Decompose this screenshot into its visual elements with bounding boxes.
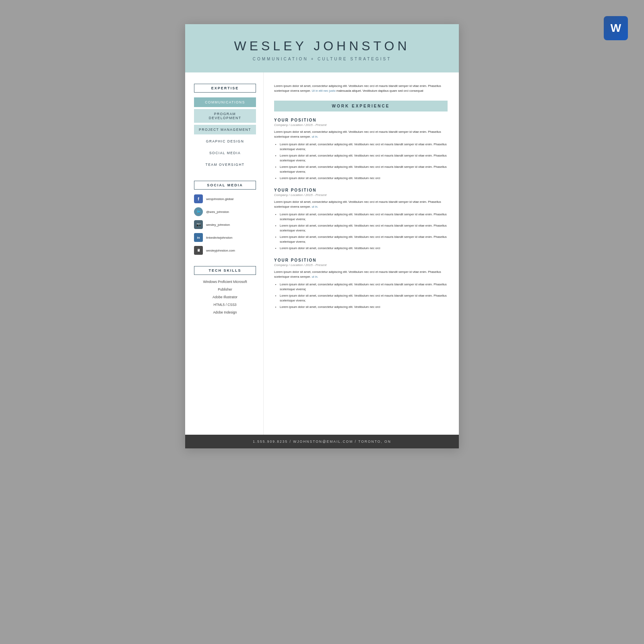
bullet: Lorem ipsum dolor sit amet, consectetur … (280, 142, 448, 152)
skill-social-media: SOCIAL MEDIA (194, 148, 256, 158)
social-facebook: f wesjohnston.global (194, 194, 256, 203)
tech-skills-section: TECH SKILLS Windows Proficient Microsoft… (194, 266, 256, 314)
tech-skill-1: Windows Proficient Microsoft (194, 280, 256, 284)
job-3-subtitle: Company / Location / 2015 - Present (274, 263, 448, 267)
main-content: Lorem ipsum dolor sit amet, consectetur … (264, 72, 459, 435)
sidebar: EXPERTISE COMMUNICATIONS PROGRAM DEVELOP… (185, 72, 264, 435)
skill-program-dev: PROGRAM DEVELOPMENT (194, 109, 256, 123)
bullet: Lorem ipsum dolor sit amet, consectetur … (280, 176, 448, 181)
job-3: YOUR POSITION Company / Location / 2015 … (274, 258, 448, 310)
tech-skill-4: HTML5 / CSS3 (194, 303, 256, 307)
job-2-bullets: Lorem ipsum dolor sit amet, consectetur … (274, 212, 448, 251)
bullet: Lorem ipsum dolor sit amet, consectetur … (280, 246, 448, 251)
skill-project-mgmt: PROJECT MANAGEMENT (194, 125, 256, 134)
bullet: Lorem ipsum dolor sit amet, consectetur … (280, 153, 448, 163)
twitter-icon: 🐦 (194, 207, 203, 216)
expertise-label: EXPERTISE (194, 84, 256, 93)
job-1-subtitle: Company / Location / 2015 - Present (274, 123, 448, 127)
skill-graphic-design: GRAPHIC DESIGN (194, 136, 256, 146)
tech-skill-2: Publisher (194, 287, 256, 291)
resume-body: EXPERTISE COMMUNICATIONS PROGRAM DEVELOP… (185, 72, 459, 435)
bullet: Lorem ipsum dolor sit amet, consectetur … (280, 305, 448, 310)
work-experience-header: WORK EXPERIENCE (274, 101, 448, 111)
job-2-subtitle: Company / Location / 2015 - Present (274, 193, 448, 197)
resume-header: WESLEY JOHNSTON COMMUNICATION + CULTURE … (185, 24, 459, 72)
linkedin-icon: in (194, 233, 203, 242)
website-icon: 🖥 (194, 246, 203, 255)
bullet: Lorem ipsum dolor sit amet, consectetur … (280, 165, 448, 174)
job-1: YOUR POSITION Company / Location / 2015 … (274, 118, 448, 181)
word-letter: W (611, 22, 621, 35)
job-1-title: YOUR POSITION (274, 118, 448, 122)
candidate-title: COMMUNICATION + CULTURE STRATEGIST (201, 57, 443, 61)
facebook-icon: f (194, 194, 203, 203)
website-url: wesleyjohnston.com (206, 249, 235, 252)
instagram-handle: wesley_johnston (206, 223, 230, 227)
bullet: Lorem ipsum dolor sit amet, consectetur … (280, 212, 448, 222)
bullet: Lorem ipsum dolor sit amet, consectetur … (280, 235, 448, 244)
social-twitter: 🐦 @wes_johnston (194, 207, 256, 216)
twitter-handle: @wes_johnston (206, 210, 229, 214)
linkedin-handle: linkedin/wjohnston (206, 236, 232, 239)
job-1-bullets: Lorem ipsum dolor sit amet, consectetur … (274, 142, 448, 181)
job-2: YOUR POSITION Company / Location / 2015 … (274, 188, 448, 251)
social-website: 🖥 wesleyjohnston.com (194, 246, 256, 255)
bullet: Lorem ipsum dolor sit amet, consectetur … (280, 282, 448, 292)
candidate-name: WESLEY JOHNSTON (201, 39, 443, 54)
instagram-icon: 📷 (194, 220, 203, 229)
expertise-section: EXPERTISE COMMUNICATIONS PROGRAM DEVELOP… (194, 84, 256, 169)
word-app-icon: W (604, 16, 628, 40)
facebook-handle: wesjohnston.global (206, 197, 233, 201)
tech-skills-label: TECH SKILLS (194, 266, 256, 275)
job-2-desc: Lorem ipsum dolor sit amet, consectetur … (274, 200, 448, 209)
tech-skill-3: Adobe Illustrator (194, 295, 256, 299)
footer-contact: 1.555.909.8235 / WJOHNSTON@EMAIL.COM / T… (253, 440, 391, 444)
resume-footer: 1.555.909.8235 / WJOHNSTON@EMAIL.COM / T… (185, 435, 459, 448)
social-media-section: SOCIAL MEDIA f wesjohnston.global 🐦 @wes… (194, 181, 256, 255)
social-media-label: SOCIAL MEDIA (194, 181, 256, 190)
bullet: Lorem ipsum dolor sit amet, consectetur … (280, 223, 448, 233)
social-linkedin: in linkedin/wjohnston (194, 233, 256, 242)
job-3-bullets: Lorem ipsum dolor sit amet, consectetur … (274, 282, 448, 310)
job-3-desc: Lorem ipsum dolor sit amet, consectetur … (274, 270, 448, 279)
intro-paragraph: Lorem ipsum dolor sit amet, consectetur … (274, 84, 448, 93)
resume-document: WESLEY JOHNSTON COMMUNICATION + CULTURE … (185, 24, 459, 448)
job-1-desc: Lorem ipsum dolor sit amet, consectetur … (274, 130, 448, 139)
skill-team-oversight: TEAM OVERSIGHT (194, 160, 256, 169)
job-3-title: YOUR POSITION (274, 258, 448, 262)
job-2-title: YOUR POSITION (274, 188, 448, 192)
bullet: Lorem ipsum dolor sit amet, consectetur … (280, 293, 448, 303)
skill-communications: COMMUNICATIONS (194, 97, 256, 107)
social-instagram: 📷 wesley_johnston (194, 220, 256, 229)
tech-skill-5: Adobe Indesign (194, 310, 256, 314)
